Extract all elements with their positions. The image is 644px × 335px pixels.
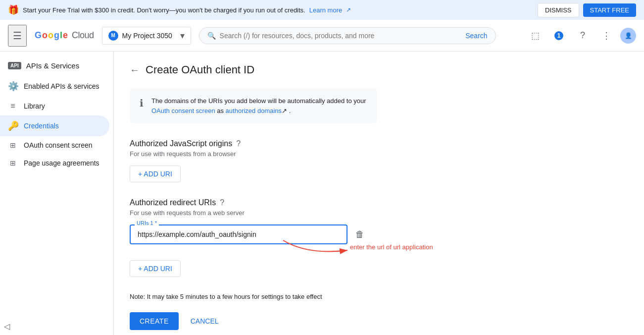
banner-icon: 🎁 [8,4,19,15]
learn-more-link[interactable]: Learn more [309,6,342,14]
redirect-uris-section: Authorized redirect URIs ? For use with … [130,198,628,277]
js-origins-help-icon[interactable]: ? [236,139,241,148]
banner-right: DISMISS START FREE [538,3,636,17]
project-name: My Project 3050 [122,32,172,40]
collapse-sidebar-button[interactable]: ◁ [4,322,10,331]
start-free-button[interactable]: START FREE [583,3,636,17]
js-origins-section: Authorized JavaScript origins ? For use … [130,139,628,182]
sidebar-item-library[interactable]: ≡ Library [0,97,109,115]
header-right: ⬚ 1 ? ⋮ 👤 [525,26,636,46]
sidebar-header: API APIs & Services [0,56,113,76]
banner-message: Start your Free Trial with $300 in credi… [23,6,305,14]
google-logo: Google [35,30,68,41]
redirect-uris-desc: For use with requests from a web server [130,209,628,217]
logo-cloud-text: Cloud [72,30,94,41]
dismiss-button[interactable]: DISMISS [538,3,579,17]
enabled-apis-icon: ⚙️ [8,81,18,92]
sidebar-item-enabled-apis[interactable]: ⚙️ Enabled APIs & services [0,76,109,97]
oauth-consent-link[interactable]: OAuth consent screen [151,107,215,114]
search-bar: 🔍 Search [199,27,496,44]
sidebar-item-label: Enabled APIs & services [24,82,99,90]
page-title: Create OAuth client ID [146,63,254,76]
info-text: The domains of the URIs you add below wi… [151,96,367,115]
main-content: ← Create OAuth client ID ℹ The domains o… [114,52,644,335]
redirect-uris-title: Authorized redirect URIs ? [130,198,628,207]
external-link-icon: ↗ [282,107,287,114]
page-usage-icon: ⊞ [8,159,18,167]
action-buttons: CREATE CANCEL [130,312,628,330]
credentials-icon: 🔑 [8,120,18,131]
notification-badge: 1 [553,30,564,41]
menu-icon[interactable]: ☰ [8,25,27,47]
notification-button[interactable]: 1 [549,26,569,46]
chevron-down-icon: ▾ [180,30,185,41]
banner-left: 🎁 Start your Free Trial with $300 in cre… [8,4,351,15]
oauth-icon: ⊞ [8,141,18,149]
info-icon: ℹ [140,97,144,115]
top-banner: 🎁 Start your Free Trial with $300 in cre… [0,0,644,20]
sidebar-item-label: Library [24,102,45,110]
user-avatar[interactable]: 👤 [620,28,636,44]
header: ☰ Google Cloud M My Project 3050 ▾ 🔍 Sea… [0,20,644,52]
create-button[interactable]: CREATE [130,312,179,330]
js-origins-title: Authorized JavaScript origins ? [130,139,628,148]
sidebar: API APIs & Services ⚙️ Enabled APIs & se… [0,52,114,335]
js-origins-add-uri-button[interactable]: + ADD URI [130,166,181,182]
more-options-icon[interactable]: ⋮ [596,26,616,46]
project-dot: M [108,31,118,41]
logo[interactable]: Google Cloud [35,30,94,41]
app-body: API APIs & Services ⚙️ Enabled APIs & se… [0,52,644,335]
banner-external-icon: ↗ [346,6,351,13]
search-input[interactable] [220,32,462,40]
sidebar-title: APIs & Services [26,61,80,70]
authorized-domains-link[interactable]: authorized domains [226,107,282,114]
redirect-uris-help-icon[interactable]: ? [220,198,224,207]
library-icon: ≡ [8,102,18,111]
note-text: Note: It may take 5 minutes to a few hou… [130,293,628,300]
js-origins-desc: For use with requests from a browser [130,150,628,158]
sidebar-item-label: Page usage agreements [24,159,99,167]
sidebar-item-label: OAuth consent screen [24,141,93,149]
info-banner: ℹ The domains of the URIs you add below … [130,88,377,123]
cancel-button[interactable]: CANCEL [187,312,223,330]
search-icon: 🔍 [207,32,216,40]
search-button[interactable]: Search [465,32,487,40]
annotation-text: enter the url of url application [350,243,433,251]
sidebar-item-credentials[interactable]: 🔑 Credentials [0,115,109,136]
back-button[interactable]: ← [130,64,140,76]
project-selector[interactable]: M My Project 3050 ▾ [102,27,191,45]
api-badge: API [8,62,21,69]
sidebar-item-label: Credentials [24,122,59,130]
uri-input-container: URIs 1 * 🗑 [130,224,628,277]
sidebar-item-oauth-consent[interactable]: ⊞ OAuth consent screen [0,136,109,154]
screens-icon[interactable]: ⬚ [525,26,545,46]
redirect-uris-add-uri-button[interactable]: + ADD URI [130,260,181,277]
uri-input-label: URIs 1 * [135,220,159,226]
sidebar-item-page-usage[interactable]: ⊞ Page usage agreements [0,154,109,172]
help-icon[interactable]: ? [573,26,593,46]
page-header: ← Create OAuth client ID [130,63,628,76]
